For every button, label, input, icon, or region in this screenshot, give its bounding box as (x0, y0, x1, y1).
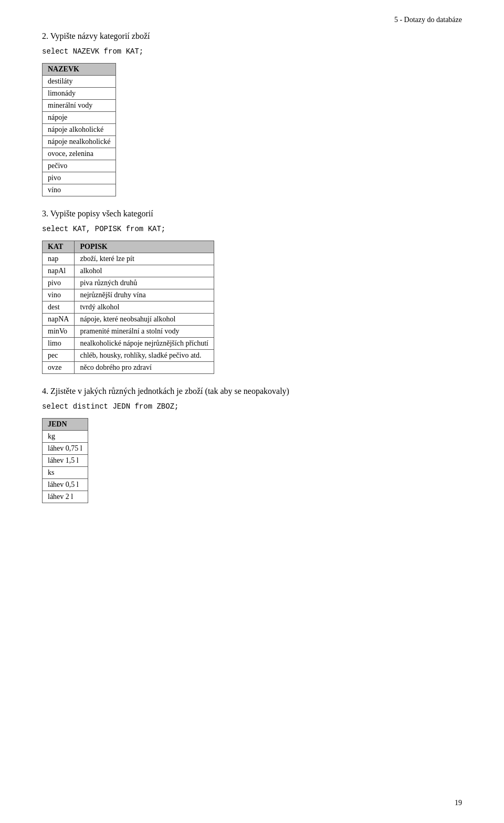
section-4-code: select distinct JEDN from ZBOZ; (42, 402, 462, 411)
table-row: láhev 1,5 l (43, 455, 88, 467)
table-row: láhev 2 l (43, 491, 88, 503)
section-2-col-nazevk: NAZEVK (43, 64, 116, 76)
section-3-code: select KAT, POPISK from KAT; (42, 225, 462, 233)
table-row: minVopramenité minerální a stolní vody (43, 326, 214, 338)
section-4-col-jedn: JEDN (43, 419, 88, 431)
table-row: víno (43, 184, 116, 196)
table-row: minerální vody (43, 100, 116, 112)
table-row: kg (43, 431, 88, 443)
table-row: vinonejrůznější druhy vína (43, 289, 214, 301)
table-row: láhev 0,5 l (43, 479, 88, 491)
table-row: pecchléb, housky, rohlíky, sladké pečivo… (43, 350, 214, 362)
table-row: destiláty (43, 76, 116, 88)
table-row: desttvrdý alkohol (43, 301, 214, 314)
section-2-code: select NAZEVK from KAT; (42, 47, 462, 56)
table-row: limonády (43, 88, 116, 100)
section-3-col-popisk: POPISK (75, 241, 214, 253)
section-4: 4. Zjistěte v jakých různých jednotkách … (42, 387, 462, 503)
table-row: napNAnápoje, které neobsahují alkohol (43, 314, 214, 326)
table-row: limonealkoholické nápoje nejrůznějších p… (43, 338, 214, 350)
section-4-heading: 4. Zjistěte v jakých různých jednotkách … (42, 387, 462, 396)
table-row: ovoce, zelenina (43, 148, 116, 160)
table-row: napzboží, které lze pít (43, 253, 214, 265)
section-3-heading: 3. Vypište popisy všech kategorií (42, 209, 462, 218)
section-2-table: NAZEVK destilátylimonádyminerální vodyná… (42, 63, 116, 196)
table-row: pivo (43, 172, 116, 184)
table-row: pečivo (43, 160, 116, 172)
table-row: ks (43, 467, 88, 479)
page-title: 5 - Dotazy do databáze (394, 16, 462, 24)
table-row: láhev 0,75 l (43, 443, 88, 455)
table-row: napAlalkohol (43, 265, 214, 277)
section-4-table: JEDN kgláhev 0,75 lláhev 1,5 lksláhev 0,… (42, 418, 88, 503)
section-3: 3. Vypište popisy všech kategorií select… (42, 209, 462, 374)
page-number: 19 (455, 799, 462, 807)
table-row: ovzeněco dobrého pro zdraví (43, 362, 214, 374)
section-2: 2. Vypište názvy kategorií zboží select … (42, 32, 462, 196)
table-row: nápoje nealkoholické (43, 136, 116, 148)
section-3-col-kat: KAT (43, 241, 75, 253)
table-row: nápoje alkoholické (43, 124, 116, 136)
table-row: pivopiva různých druhů (43, 277, 214, 289)
table-row: nápoje (43, 112, 116, 124)
section-3-table: KAT POPISK napzboží, které lze pítnapAla… (42, 241, 214, 374)
section-2-heading: 2. Vypište názvy kategorií zboží (42, 32, 462, 41)
